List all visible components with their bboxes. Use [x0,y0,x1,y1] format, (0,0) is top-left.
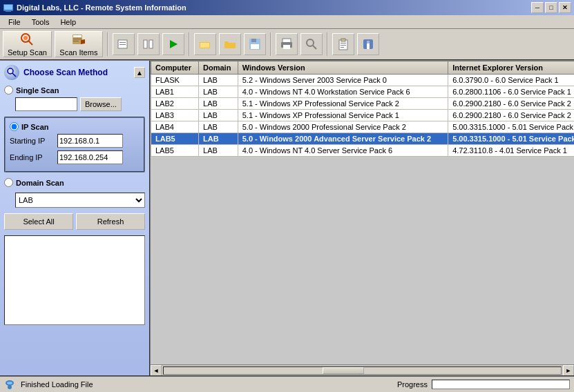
cell-computer: LAB1 [151,86,199,98]
ending-ip-label: Ending IP [10,153,55,161]
browse-button[interactable]: Browse... [80,97,122,111]
col-windows-version: Windows Version [238,61,448,75]
horizontal-scrollbar[interactable]: ◄ ► [151,364,574,375]
toolbar-btn-folder-open[interactable] [194,33,216,55]
cell-windows_version: 5.1 - Windows XP Professional Service Pa… [238,110,448,121]
left-panel: Choose Scan Method ▲ Single Scan Browse.… [0,61,151,375]
ending-ip-input[interactable] [57,150,123,164]
svg-marker-10 [81,39,85,44]
svg-rect-24 [251,44,259,49]
scan-items-button[interactable]: Scan Items [55,31,103,57]
scroll-left-arrow[interactable]: ◄ [151,365,162,376]
select-all-button[interactable]: Select All [4,213,73,230]
toolbar-separator-2 [189,32,190,56]
cell-domain: LAB [199,133,238,145]
cell-ie_version: 6.0.2900.2180 - 6.0 Service Pack 2 [448,110,574,121]
starting-ip-input[interactable] [57,134,123,148]
cell-domain: LAB [199,110,238,121]
cell-ie_version: 6.0.2800.1106 - 6.0 Service Pack 1 [448,86,574,98]
cell-windows_version: 4.0 - Windows NT 4.0 Server Service Pack… [238,145,448,157]
scroll-track[interactable] [163,366,562,375]
domain-list-box[interactable] [4,235,145,325]
svg-marker-16 [170,40,178,48]
svg-rect-34 [341,47,344,48]
cell-computer: LAB3 [151,110,199,121]
menu-bar: File Tools Help [0,15,574,29]
restore-button[interactable]: □ [545,2,557,13]
progress-bar [432,380,570,389]
toolbar-btn-info[interactable] [357,33,379,55]
table-header: Computer Domain Windows Version Internet… [151,61,575,75]
cell-computer: LAB4 [151,121,199,133]
starting-ip-label: Starting IP [10,137,55,145]
ip-scan-radio[interactable] [10,122,19,131]
toolbar-btn-play[interactable] [162,33,184,55]
single-scan-option: Single Scan Browse... [4,86,145,111]
ip-scan-section: IP Scan Starting IP Ending IP [4,117,145,173]
svg-rect-15 [149,40,153,48]
cell-domain: LAB [199,98,238,110]
table-row[interactable]: LAB5LAB4.0 - Windows NT 4.0 Server Servi… [151,145,575,157]
table-row[interactable]: LAB5LAB5.0 - Windows 2000 Advanced Serve… [151,133,575,145]
svg-point-5 [23,36,28,40]
right-panel: Computer Domain Windows Version Internet… [151,61,574,375]
domain-scan-radio[interactable] [4,178,13,187]
single-scan-radio[interactable] [4,86,13,95]
panel-collapse-button[interactable]: ▲ [134,67,145,78]
toolbar-btn-2[interactable] [137,33,160,55]
menu-help[interactable]: Help [55,17,82,28]
menu-file[interactable]: File [3,17,26,28]
toolbar-separator-3 [270,32,271,56]
scroll-thumb[interactable] [323,367,364,374]
svg-point-28 [307,39,314,46]
col-domain: Domain [199,61,238,75]
table-row[interactable]: FLASKLAB5.2 - Windows Server 2003 Servic… [151,75,575,86]
cell-computer: LAB2 [151,98,199,110]
svg-rect-14 [144,40,147,48]
toolbar-btn-print[interactable] [276,33,298,55]
cell-domain: LAB [199,75,238,86]
domain-dropdown[interactable]: LAB [15,193,145,208]
cell-domain: LAB [199,145,238,157]
toolbar-btn-clipboard[interactable] [332,33,354,55]
table-row[interactable]: LAB3LAB5.1 - Windows XP Professional Ser… [151,110,575,121]
svg-rect-33 [341,45,346,46]
table-body: FLASKLAB5.2 - Windows Server 2003 Servic… [151,75,575,157]
svg-rect-13 [119,44,126,45]
toolbar-btn-save[interactable] [244,33,266,55]
ip-scan-label[interactable]: IP Scan [10,122,140,131]
toolbar-btn-folder[interactable] [219,33,241,55]
table-row[interactable]: LAB2LAB5.1 - Windows XP Professional Ser… [151,98,575,110]
domain-scan-section: Domain Scan LAB [4,178,145,208]
svg-rect-31 [341,39,345,41]
svg-rect-8 [73,39,82,39]
setup-scan-icon [19,32,35,47]
status-icon [4,379,15,390]
cell-ie_version: 5.00.3315.1000 - 5.01 Service Pack 1 [448,121,574,133]
menu-tools[interactable]: Tools [26,17,55,28]
toolbar-btn-search[interactable] [300,33,323,55]
table-row[interactable]: LAB4LAB5.0 - Windows 2000 Professional S… [151,121,575,133]
cell-windows_version: 5.0 - Windows 2000 Advanced Server Servi… [238,133,448,145]
toolbar-btn-1[interactable] [113,33,135,55]
domain-scan-label[interactable]: Domain Scan [4,178,145,187]
panel-header: Choose Scan Method ▲ [4,65,145,80]
single-scan-label[interactable]: Single Scan [4,86,145,95]
setup-scan-button[interactable]: Setup Scan [3,31,52,57]
scroll-right-arrow[interactable]: ► [563,365,574,376]
refresh-button[interactable]: Refresh [76,213,145,230]
svg-rect-12 [119,42,126,43]
results-table: Computer Domain Windows Version Internet… [151,61,574,157]
starting-ip-row: Starting IP [10,134,140,148]
minimize-button[interactable]: ─ [531,2,544,13]
table-row[interactable]: LAB1LAB4.0 - Windows NT 4.0 Workstation … [151,86,575,98]
scan-items-label: Scan Items [59,48,97,57]
svg-rect-27 [283,45,290,49]
svg-rect-37 [367,41,370,43]
results-table-container[interactable]: Computer Domain Windows Version Internet… [151,61,574,364]
ending-ip-row: Ending IP [10,150,140,164]
setup-scan-label: Setup Scan [8,48,47,57]
single-scan-input[interactable] [15,97,77,111]
close-button[interactable]: ✕ [559,2,571,13]
single-scan-row: Browse... [15,97,145,111]
